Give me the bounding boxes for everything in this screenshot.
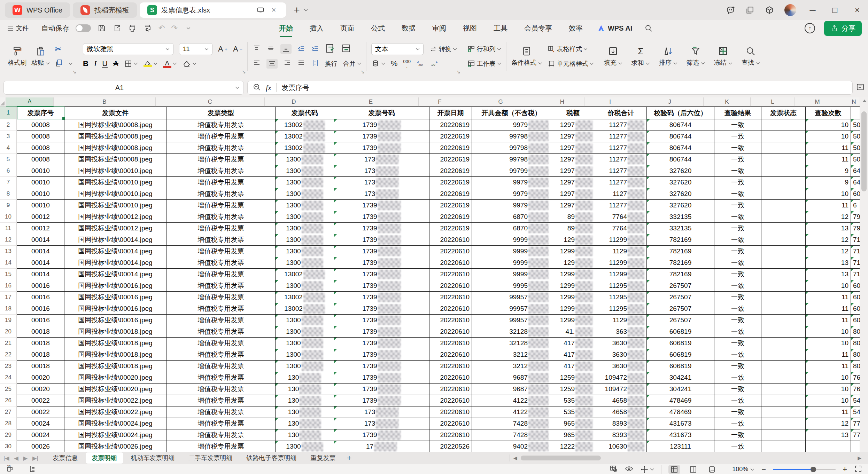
font-size-select[interactable]: 11 [179,43,212,55]
cell-M1[interactable]: 查验次数 [806,106,851,119]
cell-A30[interactable]: 00026 [17,441,64,452]
cell-C4[interactable]: 增值税专用发票 [166,142,276,154]
cell-H14[interactable]: 129 [551,257,595,269]
cell-G11[interactable]: 6870 [472,223,551,234]
convert-button[interactable]: 转换 [429,45,457,53]
cell-I22[interactable]: 3630 [595,349,647,361]
cell-H28[interactable]: 965 [551,418,595,429]
column-header-C[interactable]: C [156,97,265,106]
table-style-button[interactable]: 表格样式 [547,45,588,53]
row-number-7[interactable]: 7 [0,177,17,188]
cell-K4[interactable]: 一致 [714,142,761,154]
cell-H5[interactable]: 1297 [551,154,595,165]
close-button[interactable]: × [851,5,863,15]
cell-I23[interactable]: 3630 [595,361,647,372]
cell-B28[interactable]: 国网投标业绩\00024.jpeg [64,418,166,429]
cell-F14[interactable]: 20220610 [429,257,472,269]
move-selection-icon[interactable] [640,465,654,474]
cell-H1[interactable]: 税额 [551,106,595,119]
cell-J1[interactable]: 校验码（后六位） [647,106,714,119]
cell-K26[interactable]: 一致 [714,395,761,406]
cell-I14[interactable]: 11299 [595,257,647,269]
cell-I5[interactable]: 11277 [595,154,647,165]
cell-K16[interactable]: 一致 [714,280,761,292]
row-number-8[interactable]: 8 [0,188,17,200]
cell-D20[interactable]: 1300 [276,326,334,338]
cell-L20[interactable] [761,326,806,338]
number-format-select[interactable]: 文本 [371,43,424,55]
cell-I30[interactable]: 10630 [595,441,647,452]
cell-J19[interactable]: 267507 [647,315,714,326]
cell-F9[interactable]: 20220619 [429,200,472,211]
cell-B6[interactable]: 国网投标业绩\00010.jpeg [64,165,166,177]
cell-style-button[interactable]: 单元格样式 [547,60,594,68]
cell-J14[interactable]: 782169 [647,257,714,269]
cell-J18[interactable]: 267507 [647,303,714,315]
cell-L8[interactable] [761,188,806,200]
cell-C6[interactable]: 增值税专用发票 [166,165,276,177]
row-number-16[interactable]: 16 [0,280,17,292]
cell-F27[interactable]: 20220610 [429,406,472,418]
cell-J27[interactable]: 478469 [647,406,714,418]
quickbar-chevron-icon[interactable] [184,24,193,33]
ai-assistant-icon[interactable] [726,6,735,15]
cell-C15[interactable]: 增值税专用发票 [166,269,276,280]
cell-H3[interactable]: 1297 [551,131,595,142]
cell-A3[interactable]: 00008 [17,131,64,142]
format-painter-button[interactable]: 格式刷 [8,46,26,67]
user-avatar[interactable] [784,4,796,16]
cell-B5[interactable]: 国网投标业绩\00008.jpeg [64,154,166,165]
insert-function-icon[interactable]: fx [266,83,271,92]
row-number-29[interactable]: 29 [0,429,17,441]
cell-F5[interactable]: 20220619 [429,154,472,165]
cell-L15[interactable] [761,269,806,280]
column-header-B[interactable]: B [54,97,156,106]
cell-H6[interactable]: 1297 [551,165,595,177]
cell-A13[interactable]: 00014 [17,246,64,257]
cell-F8[interactable]: 20220619 [429,188,472,200]
fill-color-button[interactable] [144,61,157,67]
cell-K6[interactable]: 一致 [714,165,761,177]
cell-E13[interactable]: 1739 [334,246,429,257]
cell-G18[interactable]: 99957 [472,303,551,315]
cell-C3[interactable]: 增值税专用发票 [166,131,276,142]
export-icon[interactable] [113,24,122,33]
cell-D13[interactable]: 1300 [276,246,334,257]
zoom-out-button[interactable]: − [761,465,766,474]
search-icon[interactable] [644,24,653,33]
cell-B18[interactable]: 国网投标业绩\00016.jpeg [64,303,166,315]
cell-I6[interactable]: 11277 [595,165,647,177]
cell-C21[interactable]: 增值税专用发票 [166,338,276,349]
cell-F12[interactable]: 20220610 [429,234,472,246]
cell-L25[interactable] [761,384,806,395]
cell-K14[interactable]: 一致 [714,257,761,269]
increase-indent-icon[interactable] [311,44,319,54]
cell-F3[interactable]: 20220619 [429,131,472,142]
row-number-10[interactable]: 10 [0,211,17,223]
cell-J10[interactable]: 332135 [647,211,714,223]
cell-C14[interactable]: 增值税专用发票 [166,257,276,269]
cell-E8[interactable]: 173 [334,188,429,200]
cell-H20[interactable]: 41. [551,326,595,338]
sheet-tab-3[interactable]: 二手车发票明细 [183,452,239,464]
cell-I26[interactable]: 4658 [595,395,647,406]
cell-H10[interactable]: 89 [551,211,595,223]
cell-D14[interactable]: 1300 [276,257,334,269]
cell-M29[interactable]: 13 [806,429,851,441]
cell-J25[interactable]: 304241 [647,384,714,395]
borders-button[interactable] [124,60,138,68]
cell-G27[interactable]: 4122 [472,406,551,418]
cell-A24[interactable]: 00020 [17,372,64,384]
maximize-button[interactable]: □ [829,5,841,15]
row-number-18[interactable]: 18 [0,303,17,315]
cell-H7[interactable]: 1297 [551,177,595,188]
cell-M18[interactable]: 11 [806,303,851,315]
justify-icon[interactable] [297,59,305,69]
alignment-dialog-launcher[interactable]: ↘ [361,69,365,74]
cell-G25[interactable]: 9687 [472,384,551,395]
row-number-5[interactable]: 5 [0,154,17,165]
percent-button[interactable]: % [391,59,398,68]
cell-L4[interactable] [761,142,806,154]
cell-I20[interactable]: 363 [595,326,647,338]
align-vcenter-icon[interactable] [266,44,275,54]
